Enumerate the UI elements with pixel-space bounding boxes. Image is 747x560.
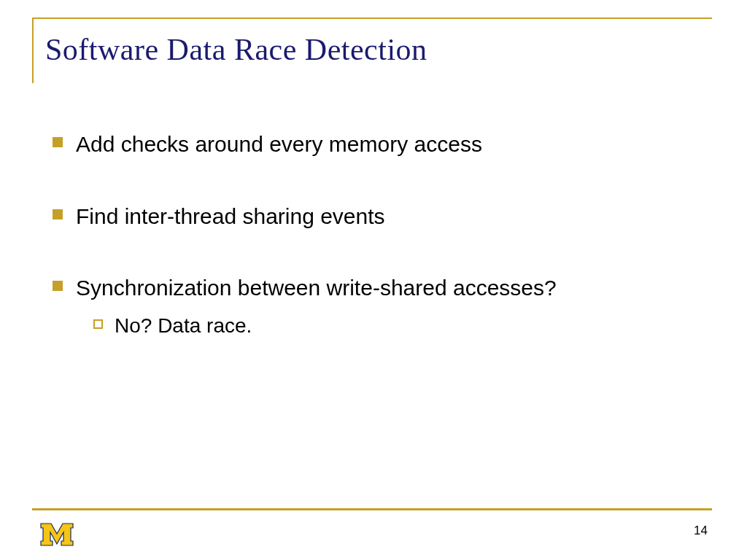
bullet-icon [53,209,63,219]
slide-content: Add checks around every memory access Fi… [53,130,703,339]
sub-bullet-icon [93,319,103,329]
bullet-item: Add checks around every memory access [53,130,703,160]
sub-bullet-item: No? Data race. [93,312,703,340]
bullet-text: Synchronization between write-shared acc… [76,273,557,303]
bullet-icon [53,281,63,291]
bullet-text: Add checks around every memory access [76,130,482,160]
bullet-text: Find inter-thread sharing events [76,202,385,232]
bullet-item: Find inter-thread sharing events [53,202,703,232]
left-accent [32,18,34,83]
slide-title: Software Data Race Detection [45,32,427,67]
bottom-border [32,508,712,510]
bullet-item: Synchronization between write-shared acc… [53,273,703,303]
bullet-icon [53,137,63,147]
top-border [32,18,712,19]
michigan-logo-icon [39,522,74,547]
sub-bullet-text: No? Data race. [115,312,252,340]
page-number: 14 [694,524,708,538]
